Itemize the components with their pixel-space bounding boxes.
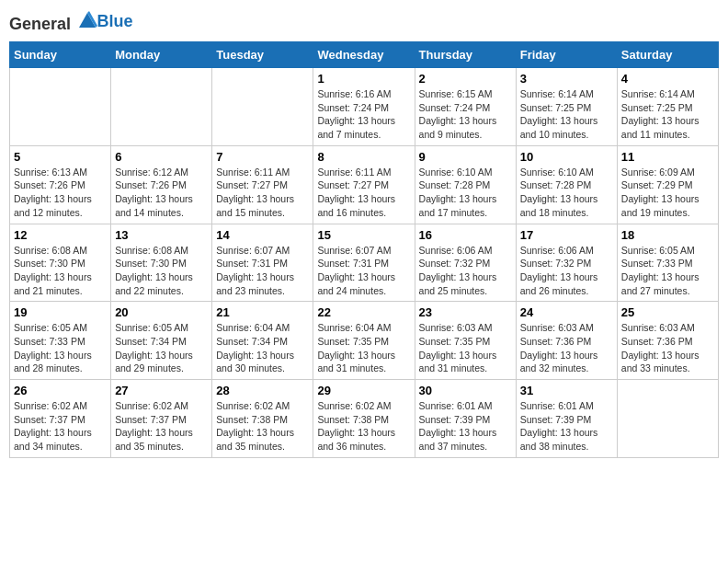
day-number: 20 bbox=[115, 305, 208, 319]
day-number: 16 bbox=[419, 228, 512, 242]
calendar-cell: 17Sunrise: 6:06 AMSunset: 7:32 PMDayligh… bbox=[516, 224, 617, 302]
day-number: 26 bbox=[14, 384, 107, 397]
calendar-cell: 21Sunrise: 6:04 AMSunset: 7:34 PMDayligh… bbox=[212, 302, 313, 380]
day-number: 18 bbox=[621, 228, 714, 242]
day-info: Sunrise: 6:02 AMSunset: 7:38 PMDaylight:… bbox=[317, 399, 410, 454]
day-number: 17 bbox=[520, 228, 613, 242]
day-info: Sunrise: 6:08 AMSunset: 7:30 PMDaylight:… bbox=[14, 244, 107, 298]
calendar-cell: 5Sunrise: 6:13 AMSunset: 7:26 PMDaylight… bbox=[10, 145, 111, 224]
day-info: Sunrise: 6:05 AMSunset: 7:33 PMDaylight:… bbox=[14, 321, 107, 375]
calendar-cell: 22Sunrise: 6:04 AMSunset: 7:35 PMDayligh… bbox=[313, 302, 415, 380]
page-header: General Blue bbox=[9, 9, 719, 34]
calendar-cell: 11Sunrise: 6:09 AMSunset: 7:29 PMDayligh… bbox=[617, 145, 718, 224]
calendar-cell: 4Sunrise: 6:14 AMSunset: 7:25 PMDaylight… bbox=[617, 68, 718, 146]
day-number: 11 bbox=[621, 150, 714, 164]
day-number: 5 bbox=[14, 150, 107, 164]
calendar-cell: 25Sunrise: 6:03 AMSunset: 7:36 PMDayligh… bbox=[617, 302, 718, 380]
calendar-cell: 13Sunrise: 6:08 AMSunset: 7:30 PMDayligh… bbox=[111, 224, 212, 302]
day-info: Sunrise: 6:15 AMSunset: 7:24 PMDaylight:… bbox=[419, 87, 512, 142]
calendar-cell: 31Sunrise: 6:01 AMSunset: 7:39 PMDayligh… bbox=[516, 380, 617, 458]
day-info: Sunrise: 6:03 AMSunset: 7:35 PMDaylight:… bbox=[419, 321, 512, 375]
column-header-tuesday: Tuesday bbox=[212, 42, 313, 68]
day-number: 1 bbox=[317, 72, 410, 86]
day-number: 31 bbox=[520, 384, 613, 397]
day-number: 2 bbox=[419, 72, 512, 86]
day-info: Sunrise: 6:10 AMSunset: 7:28 PMDaylight:… bbox=[520, 166, 613, 220]
day-info: Sunrise: 6:01 AMSunset: 7:39 PMDaylight:… bbox=[419, 399, 512, 454]
calendar-cell: 29Sunrise: 6:02 AMSunset: 7:38 PMDayligh… bbox=[313, 380, 415, 458]
day-info: Sunrise: 6:02 AMSunset: 7:38 PMDaylight:… bbox=[216, 399, 309, 454]
column-header-wednesday: Wednesday bbox=[313, 42, 415, 68]
day-number: 22 bbox=[317, 305, 410, 319]
day-info: Sunrise: 6:07 AMSunset: 7:31 PMDaylight:… bbox=[317, 244, 410, 298]
day-info: Sunrise: 6:05 AMSunset: 7:34 PMDaylight:… bbox=[115, 321, 208, 375]
logo-icon bbox=[77, 9, 97, 29]
column-header-friday: Friday bbox=[516, 42, 617, 68]
day-info: Sunrise: 6:11 AMSunset: 7:27 PMDaylight:… bbox=[216, 166, 309, 220]
column-header-saturday: Saturday bbox=[617, 42, 718, 68]
day-info: Sunrise: 6:04 AMSunset: 7:34 PMDaylight:… bbox=[216, 321, 309, 375]
column-header-monday: Monday bbox=[111, 42, 212, 68]
day-number: 6 bbox=[115, 150, 208, 164]
day-info: Sunrise: 6:02 AMSunset: 7:37 PMDaylight:… bbox=[115, 399, 208, 454]
day-number: 23 bbox=[419, 305, 512, 319]
calendar-cell bbox=[111, 68, 212, 146]
day-number: 4 bbox=[621, 72, 714, 86]
day-info: Sunrise: 6:11 AMSunset: 7:27 PMDaylight:… bbox=[317, 166, 410, 220]
calendar-cell: 10Sunrise: 6:10 AMSunset: 7:28 PMDayligh… bbox=[516, 145, 617, 224]
day-number: 27 bbox=[115, 384, 208, 397]
day-info: Sunrise: 6:10 AMSunset: 7:28 PMDaylight:… bbox=[419, 166, 512, 220]
day-info: Sunrise: 6:07 AMSunset: 7:31 PMDaylight:… bbox=[216, 244, 309, 298]
day-number: 28 bbox=[216, 384, 309, 397]
day-number: 24 bbox=[520, 305, 613, 319]
day-info: Sunrise: 6:03 AMSunset: 7:36 PMDaylight:… bbox=[520, 321, 613, 375]
day-info: Sunrise: 6:03 AMSunset: 7:36 PMDaylight:… bbox=[621, 321, 714, 375]
day-number: 10 bbox=[520, 150, 613, 164]
day-number: 25 bbox=[621, 305, 714, 319]
calendar-cell: 20Sunrise: 6:05 AMSunset: 7:34 PMDayligh… bbox=[111, 302, 212, 380]
calendar-cell bbox=[10, 68, 111, 146]
calendar-cell: 8Sunrise: 6:11 AMSunset: 7:27 PMDaylight… bbox=[313, 145, 415, 224]
day-number: 3 bbox=[520, 72, 613, 86]
day-info: Sunrise: 6:05 AMSunset: 7:33 PMDaylight:… bbox=[621, 244, 714, 298]
calendar-cell: 14Sunrise: 6:07 AMSunset: 7:31 PMDayligh… bbox=[212, 224, 313, 302]
calendar-cell: 1Sunrise: 6:16 AMSunset: 7:24 PMDaylight… bbox=[313, 68, 415, 146]
day-info: Sunrise: 6:01 AMSunset: 7:39 PMDaylight:… bbox=[520, 399, 613, 454]
day-info: Sunrise: 6:14 AMSunset: 7:25 PMDaylight:… bbox=[621, 87, 714, 142]
calendar-cell: 2Sunrise: 6:15 AMSunset: 7:24 PMDaylight… bbox=[415, 68, 516, 146]
calendar-cell: 24Sunrise: 6:03 AMSunset: 7:36 PMDayligh… bbox=[516, 302, 617, 380]
day-info: Sunrise: 6:14 AMSunset: 7:25 PMDaylight:… bbox=[520, 87, 613, 142]
calendar-cell: 12Sunrise: 6:08 AMSunset: 7:30 PMDayligh… bbox=[10, 224, 111, 302]
calendar-cell: 15Sunrise: 6:07 AMSunset: 7:31 PMDayligh… bbox=[313, 224, 415, 302]
day-info: Sunrise: 6:16 AMSunset: 7:24 PMDaylight:… bbox=[317, 87, 410, 142]
day-info: Sunrise: 6:06 AMSunset: 7:32 PMDaylight:… bbox=[520, 244, 613, 298]
logo-blue: Blue bbox=[97, 12, 133, 30]
day-number: 8 bbox=[317, 150, 410, 164]
day-number: 12 bbox=[14, 228, 107, 242]
day-number: 14 bbox=[216, 228, 309, 242]
calendar-cell: 7Sunrise: 6:11 AMSunset: 7:27 PMDaylight… bbox=[212, 145, 313, 224]
day-info: Sunrise: 6:04 AMSunset: 7:35 PMDaylight:… bbox=[317, 321, 410, 375]
day-info: Sunrise: 6:12 AMSunset: 7:26 PMDaylight:… bbox=[115, 166, 208, 220]
calendar-cell: 19Sunrise: 6:05 AMSunset: 7:33 PMDayligh… bbox=[10, 302, 111, 380]
calendar-table: SundayMondayTuesdayWednesdayThursdayFrid… bbox=[9, 41, 719, 458]
day-info: Sunrise: 6:09 AMSunset: 7:29 PMDaylight:… bbox=[621, 166, 714, 220]
day-info: Sunrise: 6:13 AMSunset: 7:26 PMDaylight:… bbox=[14, 166, 107, 220]
calendar-cell: 23Sunrise: 6:03 AMSunset: 7:35 PMDayligh… bbox=[415, 302, 516, 380]
calendar-cell: 28Sunrise: 6:02 AMSunset: 7:38 PMDayligh… bbox=[212, 380, 313, 458]
calendar-cell: 30Sunrise: 6:01 AMSunset: 7:39 PMDayligh… bbox=[415, 380, 516, 458]
calendar-cell: 27Sunrise: 6:02 AMSunset: 7:37 PMDayligh… bbox=[111, 380, 212, 458]
day-number: 29 bbox=[317, 384, 410, 397]
logo: General Blue bbox=[9, 9, 133, 34]
column-header-thursday: Thursday bbox=[415, 42, 516, 68]
calendar-cell bbox=[212, 68, 313, 146]
logo-general: General bbox=[9, 15, 71, 33]
calendar-cell bbox=[617, 380, 718, 458]
calendar-cell: 16Sunrise: 6:06 AMSunset: 7:32 PMDayligh… bbox=[415, 224, 516, 302]
day-number: 21 bbox=[216, 305, 309, 319]
day-info: Sunrise: 6:08 AMSunset: 7:30 PMDaylight:… bbox=[115, 244, 208, 298]
calendar-cell: 26Sunrise: 6:02 AMSunset: 7:37 PMDayligh… bbox=[10, 380, 111, 458]
column-header-sunday: Sunday bbox=[10, 42, 111, 68]
day-number: 30 bbox=[419, 384, 512, 397]
calendar-cell: 6Sunrise: 6:12 AMSunset: 7:26 PMDaylight… bbox=[111, 145, 212, 224]
